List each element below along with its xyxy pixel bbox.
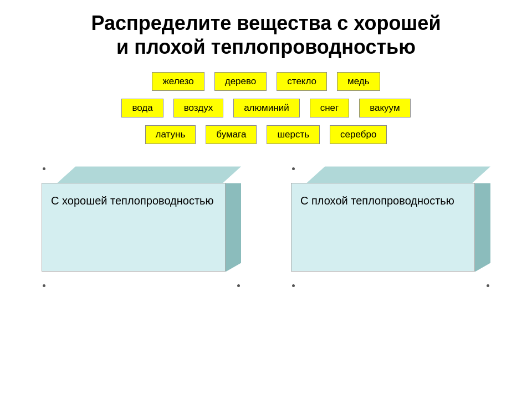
word-chip-шерсть[interactable]: шерсть xyxy=(267,125,320,144)
word-row-0: железодеревостекломедь xyxy=(17,72,515,91)
dot2-bl xyxy=(292,284,295,287)
word-row-2: латуньбумагашерстьсеребро xyxy=(17,125,515,144)
box-front-face: С хорошей теплопроводностью xyxy=(42,183,226,272)
bad-conductivity-box[interactable]: С плохой теплопроводностью xyxy=(291,166,490,288)
good-conductivity-box[interactable]: С хорошей теплопроводностью xyxy=(42,166,241,288)
word-chip-воздух[interactable]: воздух xyxy=(173,99,223,117)
bad-box-label: С плохой теплопроводностью xyxy=(300,193,454,208)
title-line1: Распределите вещества с хорошей xyxy=(91,12,441,34)
dot-bl xyxy=(43,284,45,287)
word-chip-латунь[interactable]: латунь xyxy=(145,125,196,144)
dot2-tl xyxy=(292,167,295,170)
word-row-1: водавоздухалюминийснегвакуум xyxy=(17,99,515,117)
dot-tl xyxy=(43,167,45,170)
page-title: Распределите вещества с хорошей и плохой… xyxy=(91,11,441,59)
dot2-br xyxy=(487,284,489,287)
box-top-face xyxy=(57,166,241,183)
word-chip-вакуум[interactable]: вакуум xyxy=(359,99,410,117)
word-chip-медь[interactable]: медь xyxy=(337,72,380,91)
dot-br xyxy=(237,284,240,287)
boxes-area: С хорошей теплопроводностью С плохой теп… xyxy=(17,166,515,288)
word-chip-вода[interactable]: вода xyxy=(121,99,163,117)
good-box-label: С хорошей теплопроводностью xyxy=(51,193,214,208)
word-chip-алюминий[interactable]: алюминий xyxy=(233,99,300,117)
title-line2: и плохой теплопроводностью xyxy=(116,35,416,58)
word-chip-бумага[interactable]: бумага xyxy=(206,125,257,144)
box-top-face2 xyxy=(306,166,490,183)
box-front-face2: С плохой теплопроводностью xyxy=(291,183,475,272)
word-chip-серебро[interactable]: серебро xyxy=(330,125,387,144)
box-right-face xyxy=(226,183,241,272)
word-chip-железо[interactable]: железо xyxy=(152,72,204,91)
word-chip-стекло[interactable]: стекло xyxy=(277,72,327,91)
word-chip-дерево[interactable]: дерево xyxy=(214,72,267,91)
box-right-face2 xyxy=(475,183,490,272)
word-chip-снег[interactable]: снег xyxy=(310,99,350,117)
words-area: железодеревостекломедьводавоздухалюминий… xyxy=(17,72,515,144)
